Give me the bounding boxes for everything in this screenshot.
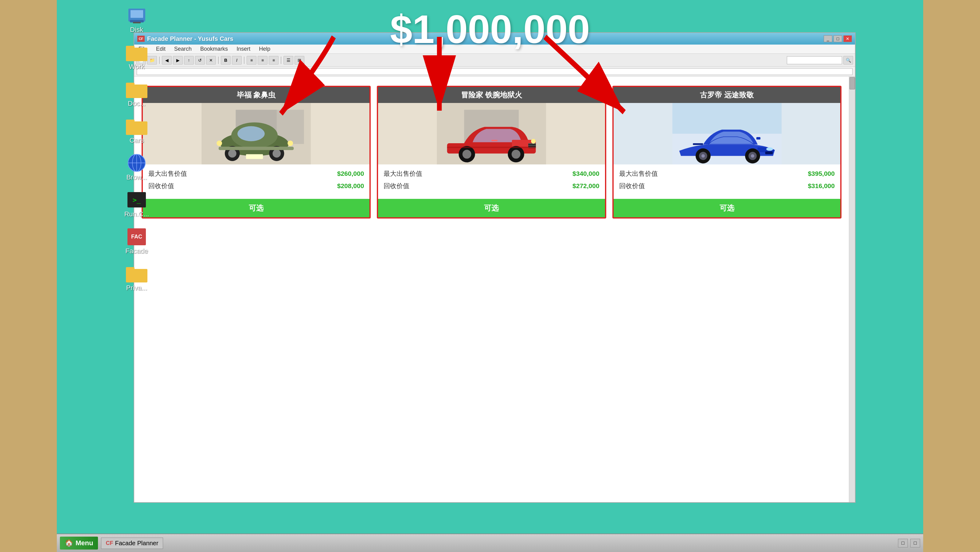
window-scrollbar[interactable] <box>849 77 855 502</box>
car3-info: 最大出售价值 $395,000 回收价值 $316,000 <box>614 164 840 199</box>
window-controls: _ □ ✕ <box>824 35 852 42</box>
svg-rect-30 <box>219 147 294 150</box>
svg-rect-1 <box>130 10 143 18</box>
menu-edit[interactable]: Edit <box>154 45 167 53</box>
taskbar-facade-planner[interactable]: CF Facade Planner <box>101 538 163 549</box>
app-window: CF Facade Planner - Yusufs Cars _ □ ✕ Fi… <box>134 32 856 503</box>
car2-image <box>378 103 605 164</box>
svg-point-25 <box>228 149 237 158</box>
car1-recycle-value: $208,000 <box>337 182 364 190</box>
toolbar-sep4 <box>281 57 281 64</box>
car3-recycle-value: $316,000 <box>808 182 835 190</box>
toolbar-i[interactable]: I <box>232 56 242 65</box>
svg-rect-7 <box>126 83 135 87</box>
address-input[interactable] <box>137 68 853 75</box>
tray-button-1[interactable]: □ <box>898 539 908 547</box>
toolbar-forward[interactable]: ▶ <box>173 56 183 65</box>
monitor-screen: Disk Work Doc... <box>57 0 923 534</box>
svg-rect-46 <box>492 140 498 141</box>
facade-app-icon[interactable]: FAC Facade <box>121 227 152 255</box>
cars-grid: 毕福 象鼻虫 <box>142 86 842 219</box>
car2-select-button[interactable]: 可选 <box>378 199 605 217</box>
start-button[interactable]: 🏠 Menu <box>60 537 98 550</box>
disk-icon[interactable]: Disk <box>121 6 152 34</box>
car3-image <box>614 103 840 164</box>
car-card-2: 冒险家 铁腕地狱火 <box>377 86 606 219</box>
window-content-area: 毕福 象鼻虫 <box>134 77 855 502</box>
toolbar-table[interactable]: ⊞ <box>294 56 304 65</box>
car2-recycle-value: $272,000 <box>573 182 600 190</box>
cars-folder-icon[interactable]: Cars <box>121 117 152 144</box>
toolbar-up[interactable]: ↑ <box>184 56 194 65</box>
toolbar-sep2 <box>218 57 219 64</box>
browser-icon[interactable]: Brow... <box>121 154 152 181</box>
address-bar <box>134 67 855 77</box>
toolbar-b[interactable]: B <box>221 56 231 65</box>
car2-max-sale-value: $340,000 <box>573 170 600 177</box>
car3-max-sale-label: 最大出售价值 <box>619 169 658 178</box>
car-card-3: 古罗帝 远途致敬 <box>612 86 842 219</box>
documents-folder-icon[interactable]: Doc... <box>121 80 152 108</box>
toolbar-align-center[interactable]: ≡ <box>258 56 267 65</box>
facade-label: Facade <box>125 247 148 255</box>
menu-insert[interactable]: Insert <box>235 45 252 53</box>
svg-rect-45 <box>447 147 536 148</box>
menu-search[interactable]: Search <box>172 45 194 53</box>
window-toolbar: 📄 📁 ◀ ▶ ↑ ↺ ✕ B I ≡ ≡ ≡ ☰ ⊞ 🔍 <box>134 54 855 67</box>
car1-select-button[interactable]: 可选 <box>143 199 369 217</box>
toolbar-stop[interactable]: ✕ <box>206 56 216 65</box>
toolbar-search-btn[interactable]: 🔍 <box>843 56 853 65</box>
car-card-1: 毕福 象鼻虫 <box>142 86 371 219</box>
car1-image <box>143 103 369 164</box>
svg-rect-38 <box>528 145 536 146</box>
svg-point-23 <box>237 126 265 141</box>
close-button[interactable]: ✕ <box>843 35 852 42</box>
svg-rect-48 <box>672 103 782 134</box>
svg-rect-51 <box>765 152 772 154</box>
car1-recycle-row: 回收价值 $208,000 <box>148 182 364 190</box>
toolbar-align-right[interactable]: ≡ <box>269 56 278 65</box>
work-folder-icon[interactable]: Work <box>121 43 152 71</box>
car1-max-sale-label: 最大出售价值 <box>148 169 187 178</box>
work-label: Work <box>129 63 145 71</box>
toolbar-refresh[interactable]: ↺ <box>195 56 205 65</box>
menu-bookmarks[interactable]: Bookmarks <box>198 45 230 53</box>
svg-rect-9 <box>126 120 135 124</box>
start-label: Menu <box>76 539 93 547</box>
private-folder-icon[interactable]: Priva... <box>121 264 152 292</box>
svg-point-40 <box>531 139 536 144</box>
money-display: $1,000,000 <box>390 6 590 52</box>
car1-max-sale-value: $260,000 <box>337 170 364 177</box>
car1-recycle-label: 回收价值 <box>148 182 174 190</box>
tray-button-2[interactable]: □ <box>910 539 920 547</box>
toolbar-search-input[interactable] <box>787 56 842 64</box>
car1-info: 最大出售价值 $260,000 回收价值 $208,000 <box>143 164 369 199</box>
maximize-button[interactable]: □ <box>834 35 842 42</box>
toolbar-back[interactable]: ◀ <box>162 56 172 65</box>
browser-label: Brow... <box>126 173 147 181</box>
svg-point-42 <box>463 150 471 159</box>
svg-rect-3 <box>133 22 141 23</box>
taskbar: 🏠 Menu CF Facade Planner □ □ <box>57 534 923 552</box>
car3-select-button[interactable]: 可选 <box>614 199 840 217</box>
svg-rect-37 <box>528 143 536 144</box>
svg-point-29 <box>216 140 222 146</box>
minimize-button[interactable]: _ <box>824 35 832 42</box>
taskbar-tray: □ □ <box>898 539 920 547</box>
toolbar-sep1 <box>159 57 160 64</box>
car1-max-sale-row: 最大出售价值 $260,000 <box>148 169 364 178</box>
svg-rect-5 <box>126 46 135 50</box>
toolbar-sep3 <box>244 57 245 64</box>
svg-point-57 <box>751 154 754 158</box>
car3-max-sale-row: 最大出售价值 $395,000 <box>619 169 835 178</box>
car2-name: 冒险家 铁腕地狱火 <box>378 87 605 103</box>
car2-info: 最大出售价值 $340,000 回收价值 $272,000 <box>378 164 605 199</box>
menu-help[interactable]: Help <box>257 45 272 53</box>
toolbar-list[interactable]: ☰ <box>283 56 293 65</box>
documents-label: Doc... <box>128 100 145 108</box>
terminal-icon[interactable]: >_ Run.C... <box>121 191 152 218</box>
taskbar-app-label: Facade Planner <box>115 540 158 547</box>
svg-point-54 <box>701 154 705 158</box>
toolbar-align-left[interactable]: ≡ <box>247 56 256 65</box>
cars-label: Cars <box>130 136 144 144</box>
